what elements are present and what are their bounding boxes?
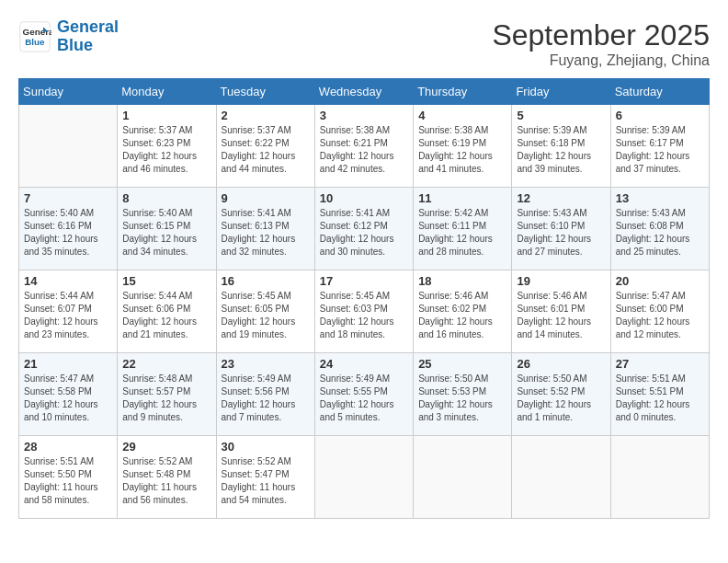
day-info: Sunrise: 5:52 AMSunset: 5:48 PMDaylight:… <box>122 455 210 507</box>
day-number: 10 <box>320 191 408 205</box>
calendar-cell: 30Sunrise: 5:52 AMSunset: 5:47 PMDayligh… <box>216 436 314 519</box>
calendar-cell: 27Sunrise: 5:51 AMSunset: 5:51 PMDayligh… <box>610 353 709 436</box>
day-info: Sunrise: 5:45 AMSunset: 6:03 PMDaylight:… <box>320 290 408 341</box>
logo-text: General Blue <box>57 18 119 55</box>
day-info: Sunrise: 5:37 AMSunset: 6:23 PMDaylight:… <box>122 124 210 176</box>
calendar-cell: 8Sunrise: 5:40 AMSunset: 6:15 PMDaylight… <box>118 188 216 270</box>
day-number: 6 <box>616 109 704 122</box>
calendar-cell: 22Sunrise: 5:48 AMSunset: 5:57 PMDayligh… <box>118 353 216 436</box>
logo-line1: General <box>57 17 119 36</box>
day-info: Sunrise: 5:41 AMSunset: 6:12 PMDaylight:… <box>320 207 408 259</box>
day-number: 5 <box>517 109 605 122</box>
day-info: Sunrise: 5:51 AMSunset: 5:50 PMDaylight:… <box>24 455 112 507</box>
svg-text:General: General <box>23 27 52 37</box>
day-number: 13 <box>616 191 704 205</box>
calendar-cell <box>610 436 709 519</box>
day-info: Sunrise: 5:40 AMSunset: 6:16 PMDaylight:… <box>24 207 112 259</box>
day-info: Sunrise: 5:45 AMSunset: 6:05 PMDaylight:… <box>222 290 310 341</box>
day-info: Sunrise: 5:43 AMSunset: 6:08 PMDaylight:… <box>616 207 704 259</box>
calendar-body: 1Sunrise: 5:37 AMSunset: 6:23 PMDaylight… <box>19 105 710 519</box>
day-info: Sunrise: 5:49 AMSunset: 5:55 PMDaylight:… <box>320 373 408 424</box>
logo-icon: General Blue <box>18 20 51 53</box>
calendar-cell: 10Sunrise: 5:41 AMSunset: 6:12 PMDayligh… <box>314 188 413 270</box>
day-number: 14 <box>24 274 112 288</box>
day-info: Sunrise: 5:47 AMSunset: 5:58 PMDaylight:… <box>24 373 112 424</box>
day-number: 3 <box>320 109 408 122</box>
weekday-header-tuesday: Tuesday <box>216 79 314 105</box>
day-number: 26 <box>517 357 605 371</box>
calendar-week-2: 7Sunrise: 5:40 AMSunset: 6:16 PMDaylight… <box>19 188 710 270</box>
calendar-cell: 18Sunrise: 5:46 AMSunset: 6:02 PMDayligh… <box>414 270 512 353</box>
calendar-cell: 24Sunrise: 5:49 AMSunset: 5:55 PMDayligh… <box>314 353 413 436</box>
calendar-cell: 28Sunrise: 5:51 AMSunset: 5:50 PMDayligh… <box>19 436 118 519</box>
day-info: Sunrise: 5:38 AMSunset: 6:19 PMDaylight:… <box>418 124 506 176</box>
calendar-cell: 29Sunrise: 5:52 AMSunset: 5:48 PMDayligh… <box>118 436 216 519</box>
day-number: 29 <box>122 440 210 454</box>
calendar-cell: 21Sunrise: 5:47 AMSunset: 5:58 PMDayligh… <box>19 353 118 436</box>
calendar-week-5: 28Sunrise: 5:51 AMSunset: 5:50 PMDayligh… <box>19 436 710 519</box>
calendar-cell: 3Sunrise: 5:38 AMSunset: 6:21 PMDaylight… <box>314 105 413 188</box>
day-number: 16 <box>222 274 310 288</box>
calendar-cell: 11Sunrise: 5:42 AMSunset: 6:11 PMDayligh… <box>414 188 512 270</box>
calendar-cell: 25Sunrise: 5:50 AMSunset: 5:53 PMDayligh… <box>414 353 512 436</box>
day-info: Sunrise: 5:50 AMSunset: 5:53 PMDaylight:… <box>418 373 506 424</box>
day-number: 20 <box>616 274 704 288</box>
calendar-week-3: 14Sunrise: 5:44 AMSunset: 6:07 PMDayligh… <box>19 270 710 353</box>
calendar-cell: 16Sunrise: 5:45 AMSunset: 6:05 PMDayligh… <box>216 270 314 353</box>
day-number: 23 <box>222 357 310 371</box>
day-info: Sunrise: 5:37 AMSunset: 6:22 PMDaylight:… <box>222 124 310 176</box>
day-info: Sunrise: 5:44 AMSunset: 6:06 PMDaylight:… <box>122 290 210 341</box>
location-subtitle: Fuyang, Zhejiang, China <box>492 52 710 69</box>
calendar-week-4: 21Sunrise: 5:47 AMSunset: 5:58 PMDayligh… <box>19 353 710 436</box>
day-info: Sunrise: 5:48 AMSunset: 5:57 PMDaylight:… <box>122 373 210 424</box>
calendar-cell: 15Sunrise: 5:44 AMSunset: 6:06 PMDayligh… <box>118 270 216 353</box>
day-number: 30 <box>222 440 310 454</box>
logo: General Blue General Blue <box>18 18 119 55</box>
day-number: 25 <box>418 357 506 371</box>
month-title: September 2025 <box>492 18 710 52</box>
calendar-cell <box>314 436 413 519</box>
calendar-cell: 20Sunrise: 5:47 AMSunset: 6:00 PMDayligh… <box>610 270 709 353</box>
day-number: 11 <box>418 191 506 205</box>
calendar-cell <box>512 436 610 519</box>
weekday-header-sunday: Sunday <box>19 79 118 105</box>
svg-text:Blue: Blue <box>25 37 45 47</box>
day-info: Sunrise: 5:46 AMSunset: 6:02 PMDaylight:… <box>418 290 506 341</box>
title-block: September 2025 Fuyang, Zhejiang, China <box>492 18 710 69</box>
calendar-cell: 9Sunrise: 5:41 AMSunset: 6:13 PMDaylight… <box>216 188 314 270</box>
day-number: 8 <box>122 191 210 205</box>
day-number: 9 <box>222 191 310 205</box>
day-info: Sunrise: 5:52 AMSunset: 5:47 PMDaylight:… <box>222 455 310 507</box>
calendar-cell: 5Sunrise: 5:39 AMSunset: 6:18 PMDaylight… <box>512 105 610 188</box>
day-info: Sunrise: 5:42 AMSunset: 6:11 PMDaylight:… <box>418 207 506 259</box>
calendar-cell <box>414 436 512 519</box>
day-info: Sunrise: 5:38 AMSunset: 6:21 PMDaylight:… <box>320 124 408 176</box>
weekday-header-saturday: Saturday <box>610 79 709 105</box>
calendar-cell: 7Sunrise: 5:40 AMSunset: 6:16 PMDaylight… <box>19 188 118 270</box>
calendar-cell: 12Sunrise: 5:43 AMSunset: 6:10 PMDayligh… <box>512 188 610 270</box>
logo-line2: Blue <box>57 36 93 54</box>
day-number: 24 <box>320 357 408 371</box>
calendar-cell: 23Sunrise: 5:49 AMSunset: 5:56 PMDayligh… <box>216 353 314 436</box>
day-info: Sunrise: 5:47 AMSunset: 6:00 PMDaylight:… <box>616 290 704 341</box>
day-info: Sunrise: 5:50 AMSunset: 5:52 PMDaylight:… <box>517 373 605 424</box>
calendar-cell: 6Sunrise: 5:39 AMSunset: 6:17 PMDaylight… <box>610 105 709 188</box>
day-number: 4 <box>418 109 506 122</box>
day-number: 27 <box>616 357 704 371</box>
calendar-cell: 14Sunrise: 5:44 AMSunset: 6:07 PMDayligh… <box>19 270 118 353</box>
calendar-cell: 4Sunrise: 5:38 AMSunset: 6:19 PMDaylight… <box>414 105 512 188</box>
day-number: 22 <box>122 357 210 371</box>
day-number: 21 <box>24 357 112 371</box>
day-info: Sunrise: 5:49 AMSunset: 5:56 PMDaylight:… <box>222 373 310 424</box>
day-info: Sunrise: 5:39 AMSunset: 6:17 PMDaylight:… <box>616 124 704 176</box>
day-number: 12 <box>517 191 605 205</box>
calendar-cell: 19Sunrise: 5:46 AMSunset: 6:01 PMDayligh… <box>512 270 610 353</box>
day-number: 7 <box>24 191 112 205</box>
day-number: 2 <box>222 109 310 122</box>
day-info: Sunrise: 5:40 AMSunset: 6:15 PMDaylight:… <box>122 207 210 259</box>
calendar-cell <box>19 105 118 188</box>
weekday-header-friday: Friday <box>512 79 610 105</box>
calendar-table: SundayMondayTuesdayWednesdayThursdayFrid… <box>18 78 710 519</box>
calendar-cell: 1Sunrise: 5:37 AMSunset: 6:23 PMDaylight… <box>118 105 216 188</box>
day-number: 19 <box>517 274 605 288</box>
